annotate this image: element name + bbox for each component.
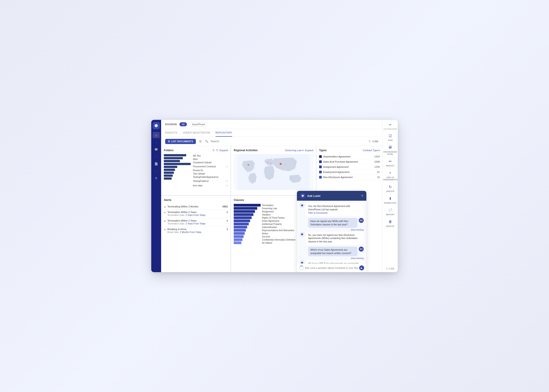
sidebar-item-docs[interactable]: 📄 [153, 161, 160, 167]
tab-under-negotiation[interactable]: UNDER NEGOTIATION [183, 129, 210, 137]
list-item[interactable]: ▲ Termination Within 2 Years 1 Terminati… [164, 210, 228, 218]
list-item[interactable]: TestingFolders2 + [193, 179, 228, 183]
map-expand[interactable]: Expand [305, 149, 313, 152]
folder-chart [164, 154, 191, 188]
svg-point-4 [280, 163, 282, 165]
alert-name-2: Termination Within 2 Years [167, 219, 226, 222]
left-sidebar: ⌂ › 💬 › 📄 › ⚙ [151, 120, 161, 272]
action-update-label: UPDATE [386, 190, 394, 192]
filter-icon[interactable]: ⇅ [216, 149, 218, 152]
svg-point-5 [285, 164, 286, 166]
contract-type-label: Contract Type [363, 149, 378, 152]
list-item[interactable]: ▲ Breaking In 6mos 1 Break Date: 2 Month… [164, 226, 228, 235]
alert-date-value-1[interactable]: 2 Years From Today [186, 214, 205, 216]
action-add-amendments[interactable]: + ADD AS AMENDMENTS [384, 169, 397, 182]
action-delete[interactable]: 🗑 DELETE [384, 217, 397, 229]
list-item[interactable]: ▲ Termination Within 2 Years 1 Terminati… [164, 218, 228, 226]
refresh-icon[interactable]: ↻ [368, 140, 371, 143]
folders-expand[interactable]: Expand [220, 149, 228, 152]
action-knowledge-bank[interactable]: 🏛 KNOWLEDGE BANK [384, 143, 397, 157]
sidebar-item-chat[interactable]: 💬 [153, 146, 160, 153]
app-logo[interactable] [153, 122, 160, 129]
lumi-message-0: Yes, the Non-Disclosure Agreement with V… [300, 203, 364, 216]
list-item[interactable]: Cloudword Upload [193, 161, 228, 164]
list-item[interactable]: TestingFolderAppearance [193, 175, 228, 179]
content-wrapper: Folders ⇅ ⇅ Expand [161, 146, 382, 272]
list-item[interactable]: Assignment Agreement 1209 [319, 164, 380, 169]
types-list: Shareholders Agreement 2354 Sales And Pu… [319, 154, 380, 180]
types-title: Types [319, 149, 327, 152]
list-item[interactable]: Employment Agreement 81 [319, 169, 380, 175]
bottom-count-value: 5.86k [389, 267, 394, 270]
type-color-0 [319, 155, 322, 158]
sidebar-item-chevron-1[interactable]: › [153, 139, 160, 145]
governing-law-label: Governing Law [285, 149, 302, 152]
action-task[interactable]: ☑ TASK [384, 132, 397, 143]
folder-add-3[interactable]: + [226, 165, 228, 168]
settings-icon-button[interactable]: ⚙ [198, 139, 203, 144]
list-item[interactable]: Sales And Purchase Agreement 2088 [319, 159, 380, 164]
list-item[interactable]: ▲ Terminating Within 2 Months 5862 [164, 204, 228, 210]
list-item[interactable]: Russia GL [193, 169, 228, 172]
show-working-1[interactable]: Show Working [300, 229, 364, 231]
lumi-message-1: Have we signed any NDAs with Non-Solicit… [300, 218, 364, 228]
list-item[interactable]: AB Test [193, 154, 228, 157]
lumi-filter-link-0[interactable]: Filter to Documents [308, 211, 361, 215]
sidebar-item-home[interactable]: ⌂ [153, 132, 160, 138]
governing-law-dropdown[interactable]: Governing Law ▾ [285, 149, 304, 152]
pill-all[interactable]: All [179, 122, 187, 126]
list-docs-label: LIST DOCUMENTS [171, 140, 193, 143]
type-color-3 [319, 171, 322, 173]
action-update[interactable]: ↻ UPDATE [384, 182, 397, 194]
tab-insights[interactable]: INSIGHTS [165, 129, 177, 137]
action-redact-label: REDACT [386, 165, 394, 167]
folder-add-8[interactable]: + [226, 184, 228, 187]
sidebar-item-chevron-3[interactable]: › [153, 168, 160, 174]
list-item[interactable]: Test Upload [193, 172, 228, 175]
list-item[interactable]: Non-Disclosure Agreement 33 [319, 175, 380, 180]
search-input[interactable] [211, 140, 366, 143]
clause-label-2: Assignment [262, 210, 274, 213]
type-count-1: 2088 [374, 160, 380, 163]
list-item[interactable]: Alice [193, 157, 228, 161]
folder-name-5: Test Upload [193, 173, 205, 175]
clause-bar-7 [234, 226, 260, 229]
pill-voicephone[interactable]: VoicePhone [190, 122, 208, 126]
action-download[interactable]: ⬇ DOWNLOAD [384, 194, 397, 205]
lumi-chat-input[interactable] [305, 266, 358, 269]
list-item[interactable]: Shareholders Agreement 2354 [319, 154, 380, 159]
alert-count-2: 1 [226, 219, 228, 222]
list-documents-button[interactable]: ☰ LIST DOCUMENTS [165, 139, 196, 144]
sidebar-item-chevron-2[interactable]: › [153, 154, 160, 160]
main-area: DIVISION All VoicePhone INSIGHTS UNDER N… [161, 120, 382, 272]
sort-icon[interactable]: ⇅ [212, 149, 215, 152]
refresh-bottom-icon[interactable]: ↻ [386, 267, 388, 270]
clause-label-11: Confidential Information Definition [262, 238, 296, 241]
show-working-5[interactable]: Show Working [300, 257, 364, 259]
alerts-panel-header: Alerts [164, 198, 228, 202]
alert-date-value-2[interactable]: 2 Years From Today [186, 223, 205, 225]
alert-icon-3: ▲ [164, 228, 166, 231]
sidebar-item-settings[interactable]: ⚙ [153, 175, 160, 181]
action-knowledge-label: KNOWLEDGE BANK [383, 151, 397, 155]
lumi-user-text-1: Have we signed any NDAs with Non-Solicit… [308, 218, 357, 228]
list-item[interactable]: Procurement Contracts + [193, 164, 228, 169]
task-icon: ☑ [387, 133, 393, 139]
folder-name-2: Cloudword Upload [193, 161, 211, 164]
lumi-bot-text-3: No, you have not signed any Non-Disclosu… [306, 232, 364, 245]
action-redact[interactable]: ✏ REDACT [384, 157, 397, 168]
contract-type-dropdown[interactable]: Contract Type ▾ [363, 149, 380, 152]
type-name-0: Shareholders Agreement [323, 155, 373, 158]
action-report[interactable]: 📄 REPORT [384, 206, 397, 217]
tab-repository[interactable]: REPOSITORY [216, 129, 232, 137]
type-count-3: 81 [377, 171, 380, 173]
folder-bar-2 [164, 160, 180, 162]
pencil-icon[interactable]: ✏ [388, 122, 393, 127]
alert-date-value-3[interactable]: 2 Months From Today [180, 231, 202, 233]
lumi-send-button[interactable]: ▶ [359, 266, 364, 270]
lumi-close-button[interactable]: × [361, 194, 363, 198]
list-item[interactable]: term date + [193, 183, 228, 188]
alerts-title: Alerts [164, 198, 171, 202]
clause-bar-4 [234, 216, 260, 219]
folder-add-7[interactable]: + [226, 179, 228, 183]
